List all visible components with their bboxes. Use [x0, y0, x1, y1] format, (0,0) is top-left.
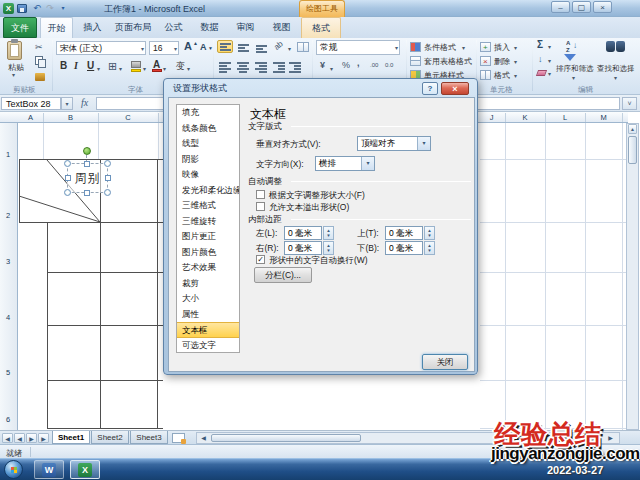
row-header-5[interactable]: 5 — [0, 368, 16, 377]
row-header-4[interactable]: 4 — [0, 313, 16, 322]
margin-top-spinner[interactable]: ▲▼ — [424, 226, 435, 240]
last-sheet-icon[interactable]: ▶ — [38, 433, 49, 443]
increase-indent-button[interactable] — [287, 59, 303, 72]
margin-right-spinner[interactable]: ▲▼ — [323, 241, 334, 255]
fill-button[interactable]: ↓ — [538, 54, 543, 64]
dialog-ok-close-button[interactable]: 关闭 — [422, 354, 468, 370]
borders-dropdown-icon[interactable]: ▾ — [119, 65, 122, 72]
phonetic-button[interactable]: 变 — [176, 60, 185, 73]
increase-decimal-button[interactable]: .00 — [370, 62, 378, 68]
sheet-tab-1[interactable]: Sheet1 — [52, 431, 90, 444]
valign-dropdown-icon[interactable]: ▾ — [417, 137, 430, 150]
horizontal-scroll-thumb[interactable] — [211, 434, 361, 442]
list-item-shadow[interactable]: 阴影 — [177, 152, 239, 168]
tab-view[interactable]: 视图 — [265, 17, 298, 38]
orientation-icon[interactable]: ab — [272, 39, 285, 52]
list-item-3d-rotation[interactable]: 三维旋转 — [177, 214, 239, 230]
list-item-picture-color[interactable]: 图片颜色 — [177, 245, 239, 261]
row-header-6[interactable]: 6 — [0, 415, 16, 424]
grow-font-button[interactable]: A — [184, 40, 192, 52]
list-item-3d-format[interactable]: 三维格式 — [177, 198, 239, 214]
fill-color-dropdown-icon[interactable]: ▾ — [143, 65, 146, 72]
fill-color-icon[interactable] — [131, 61, 141, 68]
list-item-reflection[interactable]: 映像 — [177, 167, 239, 183]
margin-right-field[interactable]: 0 毫米 — [284, 241, 322, 255]
currency-button[interactable]: ¥ — [320, 60, 325, 70]
handle-bottom-mid[interactable] — [84, 190, 90, 196]
close-button[interactable]: × — [593, 1, 612, 13]
row-header-2[interactable]: 2 — [0, 211, 16, 220]
save-icon[interactable] — [17, 4, 27, 13]
format-as-table-button[interactable]: 套用表格格式 — [410, 55, 474, 68]
handle-top-left[interactable] — [64, 160, 71, 167]
name-box-dropdown-icon[interactable]: ▾ — [61, 97, 73, 110]
align-right-button[interactable] — [253, 59, 269, 72]
margin-left-field[interactable]: 0 毫米 — [284, 226, 322, 240]
borders-button[interactable]: ⊞ — [108, 60, 117, 73]
first-sheet-icon[interactable]: ◀ — [2, 433, 13, 443]
margin-bottom-field[interactable]: 0 毫米 — [385, 241, 423, 255]
align-bottom-button[interactable] — [253, 40, 269, 53]
list-item-artistic-effects[interactable]: 艺术效果 — [177, 260, 239, 276]
textbox-shape[interactable]: 周别 — [67, 163, 108, 193]
orientation-dropdown-icon[interactable]: ▾ — [288, 45, 291, 52]
list-item-picture-corrections[interactable]: 图片更正 — [177, 229, 239, 245]
prev-sheet-icon[interactable]: ◀ — [14, 433, 25, 443]
insert-cells-button[interactable]: + 插入 ▾ — [480, 41, 530, 54]
list-item-line-style[interactable]: 线型 — [177, 136, 239, 152]
font-name-combo[interactable]: 宋体 (正文) ▾ — [56, 41, 146, 55]
sheet-tab-2[interactable]: Sheet2 — [91, 431, 129, 444]
scroll-up-icon[interactable]: ▲ — [628, 124, 637, 134]
minimize-button[interactable]: – — [551, 1, 570, 13]
align-middle-button[interactable] — [235, 40, 251, 53]
handle-top-mid[interactable] — [84, 161, 90, 167]
list-item-glow[interactable]: 发光和柔化边缘 — [177, 183, 239, 199]
handle-top-right[interactable] — [104, 160, 111, 167]
tab-home[interactable]: 开始 — [40, 17, 73, 38]
currency-dropdown-icon[interactable]: ▾ — [330, 65, 333, 72]
clear-icon[interactable] — [536, 70, 547, 76]
list-item-fill[interactable]: 填充 — [177, 105, 239, 121]
autosum-button[interactable]: Σ — [537, 39, 543, 50]
align-center-button[interactable] — [235, 59, 251, 72]
handle-left-mid[interactable] — [65, 175, 71, 181]
rotation-handle[interactable] — [83, 147, 91, 155]
valign-combo[interactable]: 顶端对齐 ▾ — [357, 136, 431, 151]
decrease-indent-button[interactable] — [271, 59, 287, 72]
list-item-crop[interactable]: 裁剪 — [177, 276, 239, 292]
font-size-combo[interactable]: 16 ▾ — [149, 41, 179, 55]
next-sheet-icon[interactable]: ▶ — [26, 433, 37, 443]
row-header-1[interactable]: 1 — [0, 150, 16, 159]
cut-icon[interactable]: ✂ — [35, 42, 43, 52]
direction-dropdown-icon[interactable]: ▾ — [361, 157, 374, 170]
delete-cells-button[interactable]: × 删除 ▾ — [480, 55, 530, 68]
list-item-text-box[interactable]: 文本框 — [177, 322, 239, 338]
redo-button[interactable]: ↷ — [44, 3, 56, 14]
undo-button[interactable]: ↶ — [31, 3, 43, 14]
bold-button[interactable]: B — [60, 60, 67, 71]
tab-format[interactable]: 格式 — [301, 17, 341, 38]
shrink-font-button[interactable]: A — [200, 42, 207, 52]
insert-worksheet-icon[interactable] — [172, 433, 185, 443]
decrease-decimal-button[interactable]: 0.0 — [385, 62, 393, 68]
italic-button[interactable]: I — [74, 60, 78, 71]
format-painter-icon[interactable] — [35, 73, 45, 81]
margin-bottom-spinner[interactable]: ▲▼ — [424, 241, 435, 255]
tab-file[interactable]: 文件 — [3, 17, 37, 38]
dialog-close-button[interactable]: × — [441, 82, 469, 95]
excel-app-icon[interactable]: X — [3, 3, 14, 14]
dialog-help-button[interactable]: ? — [422, 82, 438, 95]
col-header-l[interactable]: L — [545, 113, 585, 122]
phonetic-dropdown-icon[interactable]: ▾ — [187, 65, 190, 72]
handle-bottom-right[interactable] — [104, 189, 111, 196]
tab-formulas[interactable]: 公式 — [157, 17, 190, 38]
margin-top-field[interactable]: 0 毫米 — [385, 226, 423, 240]
align-top-button[interactable] — [217, 40, 233, 53]
direction-combo[interactable]: 横排 ▾ — [315, 156, 375, 171]
vertical-scroll-thumb[interactable] — [628, 136, 637, 164]
autofit-overflow-checkbox[interactable] — [256, 202, 265, 211]
comma-button[interactable]: , — [357, 58, 360, 68]
start-button[interactable] — [4, 460, 23, 479]
hscroll-right-icon[interactable]: ▶ — [605, 433, 616, 443]
margin-left-spinner[interactable]: ▲▼ — [323, 226, 334, 240]
